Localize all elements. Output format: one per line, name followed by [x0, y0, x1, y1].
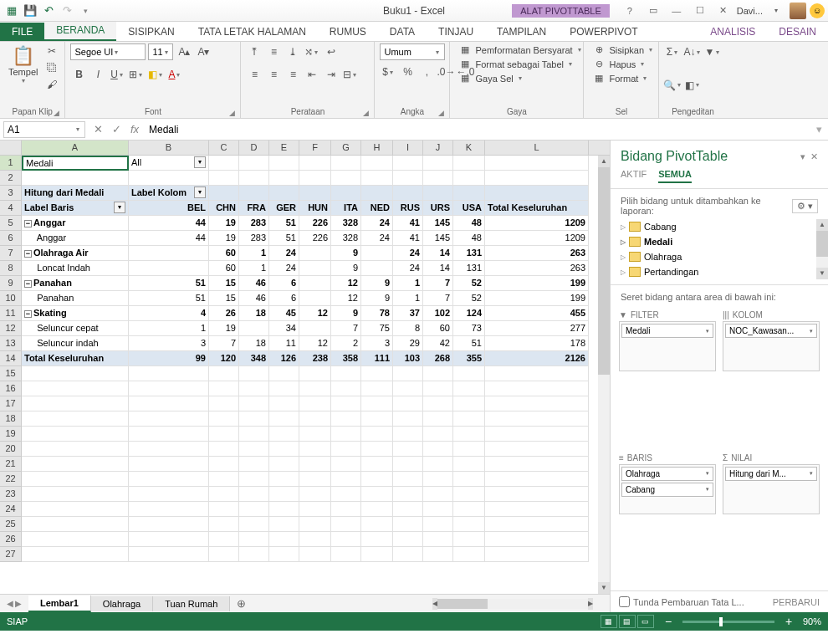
- cell[interactable]: [299, 502, 331, 517]
- row-header[interactable]: 15: [0, 366, 22, 381]
- cell[interactable]: [269, 366, 299, 381]
- cell[interactable]: [393, 442, 423, 457]
- cell[interactable]: [239, 487, 269, 502]
- cell[interactable]: [453, 517, 485, 532]
- cell[interactable]: [209, 487, 239, 502]
- tab-file[interactable]: FILE: [0, 23, 44, 41]
- cell[interactable]: 2126: [485, 351, 589, 366]
- tab-sisipkan[interactable]: SISIPKAN: [116, 23, 186, 41]
- collapse-icon[interactable]: −: [24, 280, 32, 288]
- cell[interactable]: [129, 366, 209, 381]
- cell[interactable]: [485, 366, 589, 381]
- cell[interactable]: [129, 532, 209, 547]
- cell[interactable]: [453, 381, 485, 396]
- cell[interactable]: 12: [299, 306, 331, 321]
- cell[interactable]: [269, 427, 299, 442]
- cell[interactable]: [129, 261, 209, 276]
- cell[interactable]: Seluncur cepat: [22, 321, 129, 336]
- cell[interactable]: USA: [453, 201, 485, 216]
- cell[interactable]: 355: [453, 351, 485, 366]
- cell[interactable]: 12: [331, 291, 361, 306]
- filter-dropzone[interactable]: Medali▾: [619, 321, 716, 371]
- cell[interactable]: [22, 396, 129, 411]
- cell[interactable]: [423, 171, 453, 186]
- cell[interactable]: [361, 487, 393, 502]
- cell[interactable]: [331, 186, 361, 201]
- cell[interactable]: Seluncur indah: [22, 336, 129, 351]
- save-icon[interactable]: 💾: [23, 4, 37, 18]
- formula-input[interactable]: [144, 122, 810, 137]
- field-tab-aktif[interactable]: AKTIF: [621, 169, 647, 183]
- cell[interactable]: Anggar: [22, 231, 129, 246]
- cell[interactable]: [239, 381, 269, 396]
- cell[interactable]: 131: [453, 246, 485, 261]
- cell[interactable]: [299, 321, 331, 336]
- cell[interactable]: 124: [453, 306, 485, 321]
- cell[interactable]: [129, 487, 209, 502]
- cell[interactable]: 14: [423, 246, 453, 261]
- tab-analisis[interactable]: ANALISIS: [698, 23, 767, 41]
- tab-tampilan[interactable]: TAMPILAN: [485, 23, 558, 41]
- row-header[interactable]: 13: [0, 336, 22, 351]
- cell[interactable]: [209, 156, 239, 171]
- cell[interactable]: [209, 366, 239, 381]
- cell[interactable]: [453, 366, 485, 381]
- cell[interactable]: [453, 487, 485, 502]
- cell[interactable]: CHN: [209, 201, 239, 216]
- cell[interactable]: [209, 457, 239, 472]
- grid-body[interactable]: 1MedaliAll▾23Hitung dari MedaliLabel Kol…: [0, 156, 598, 594]
- field-tab-semua[interactable]: SEMUA: [658, 169, 692, 183]
- cell[interactable]: [269, 442, 299, 457]
- cell[interactable]: [22, 381, 129, 396]
- update-button[interactable]: PERBARUI: [773, 597, 820, 607]
- cell[interactable]: [22, 502, 129, 517]
- cell[interactable]: [485, 442, 589, 457]
- row-header[interactable]: 12: [0, 321, 22, 336]
- values-dropzone[interactable]: Hitung dari M...▾: [723, 464, 820, 514]
- cell[interactable]: 102: [423, 306, 453, 321]
- cell[interactable]: [269, 457, 299, 472]
- cell[interactable]: [239, 156, 269, 171]
- cell[interactable]: 37: [393, 306, 423, 321]
- view-page-layout-icon[interactable]: ▤: [619, 615, 636, 628]
- cell[interactable]: [453, 156, 485, 171]
- row-header[interactable]: 26: [0, 532, 22, 547]
- format-painter-icon[interactable]: 🖌: [44, 77, 59, 92]
- cell[interactable]: 46: [239, 291, 269, 306]
- cell[interactable]: [331, 487, 361, 502]
- cell[interactable]: 48: [453, 231, 485, 246]
- cell[interactable]: All▾: [129, 156, 209, 171]
- row-header[interactable]: 21: [0, 457, 22, 472]
- cell[interactable]: [269, 547, 299, 562]
- cell[interactable]: 44: [129, 216, 209, 231]
- format-cells-button[interactable]: ▦Format▾: [589, 72, 652, 84]
- launcher-icon[interactable]: ◢: [54, 109, 59, 117]
- cell[interactable]: [22, 171, 129, 186]
- col-header-G[interactable]: G: [331, 141, 361, 155]
- underline-button[interactable]: U▾: [109, 66, 125, 83]
- cell[interactable]: [269, 156, 299, 171]
- cell[interactable]: 18: [239, 336, 269, 351]
- cell[interactable]: [423, 487, 453, 502]
- font-size-box[interactable]: 11▾: [148, 43, 173, 60]
- cell[interactable]: 34: [269, 321, 299, 336]
- cell[interactable]: 51: [269, 216, 299, 231]
- add-sheet-icon[interactable]: ⊕: [230, 597, 253, 610]
- row-header[interactable]: 25: [0, 517, 22, 532]
- cell[interactable]: 19: [209, 321, 239, 336]
- cell[interactable]: [129, 246, 209, 261]
- cell[interactable]: [22, 411, 129, 427]
- cell[interactable]: [299, 517, 331, 532]
- cell[interactable]: [239, 532, 269, 547]
- cell[interactable]: 1: [393, 276, 423, 291]
- cell[interactable]: [453, 472, 485, 487]
- cell[interactable]: [331, 517, 361, 532]
- cell[interactable]: NED: [361, 201, 393, 216]
- cell[interactable]: [393, 487, 423, 502]
- cell[interactable]: [129, 427, 209, 442]
- filter-dropdown-icon[interactable]: ▾: [194, 187, 206, 198]
- col-header-B[interactable]: B: [129, 141, 209, 155]
- cell[interactable]: [239, 457, 269, 472]
- launcher-icon[interactable]: ◢: [229, 109, 235, 117]
- cell[interactable]: [331, 532, 361, 547]
